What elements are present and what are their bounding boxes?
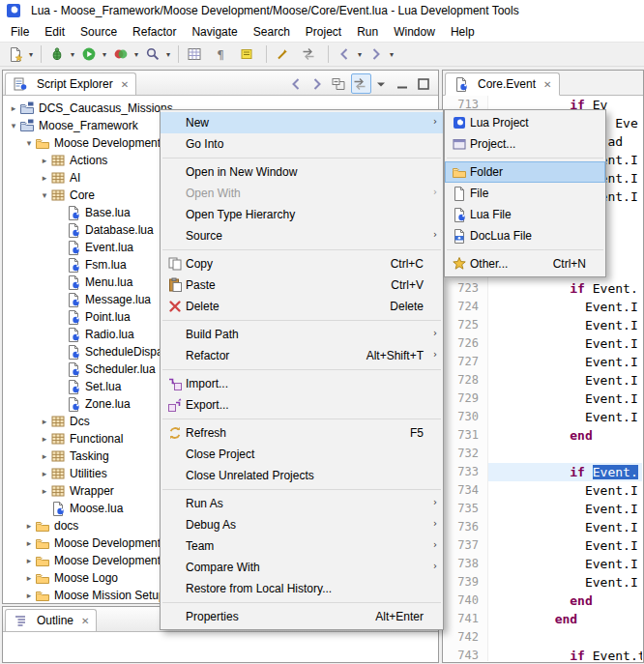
code-text[interactable]: end	[488, 610, 642, 628]
tab-outline[interactable]: Outline ✕	[5, 609, 97, 631]
expand-arrow-icon[interactable]: ▸	[8, 103, 19, 113]
expand-arrow-icon[interactable]: ▸	[39, 486, 50, 496]
context-menu-item-source[interactable]: Source›	[161, 225, 443, 246]
line-number[interactable]: 728	[444, 371, 488, 390]
expand-arrow-icon[interactable]: ▸	[23, 556, 35, 565]
link-with-editor-button[interactable]	[298, 42, 323, 67]
context-menu-item-team[interactable]: Team›	[161, 535, 443, 557]
expand-arrow-icon[interactable]: ▸	[23, 573, 35, 583]
new-submenu-item-lua-file[interactable]: Lua File	[445, 204, 605, 225]
tab-core-event[interactable]: Core.Event ✕	[445, 72, 560, 96]
context-menu-item-export[interactable]: Export...	[161, 394, 443, 416]
line-number[interactable]: 731	[444, 426, 488, 445]
collapse-arrow-icon[interactable]: ▾	[8, 121, 19, 130]
coverage-button[interactable]: ▾	[110, 42, 141, 67]
code-text[interactable]: Event.I	[488, 500, 642, 518]
line-number[interactable]: 725	[444, 316, 488, 334]
menubar-item-window[interactable]: Window	[386, 22, 443, 42]
debug-button[interactable]: ▾	[46, 42, 77, 67]
expand-arrow-icon[interactable]: ▸	[39, 156, 50, 165]
search-button[interactable]: ▾	[142, 42, 173, 67]
code-text[interactable]: Event.I	[488, 316, 642, 334]
expand-arrow-icon[interactable]: ▸	[39, 469, 50, 478]
code-text[interactable]: if Event.	[488, 279, 642, 298]
dropdown-caret-icon[interactable]: ▾	[102, 50, 106, 59]
code-text[interactable]: Event.I	[488, 334, 642, 353]
context-menu-item-open-in-new-window[interactable]: Open in New Window	[161, 161, 443, 183]
line-number[interactable]: 724	[444, 298, 488, 316]
code-text[interactable]: Event.I	[488, 536, 642, 555]
code-text[interactable]: Event.I	[488, 518, 642, 536]
new-submenu-item-file[interactable]: File	[445, 183, 605, 204]
code-text[interactable]: Event.I	[488, 390, 642, 408]
context-menu-item-refresh[interactable]: RefreshF5	[161, 422, 443, 444]
menubar-item-run[interactable]: Run	[349, 22, 386, 42]
code-text[interactable]	[488, 445, 642, 463]
code-text[interactable]: if Event.ta	[488, 647, 642, 661]
show-whitespace-button[interactable]: ¶	[210, 42, 235, 67]
menubar-item-refactor[interactable]: Refactor	[125, 22, 184, 42]
menubar-item-edit[interactable]: Edit	[37, 22, 73, 42]
code-text[interactable]: end	[488, 426, 642, 445]
menubar-item-navigate[interactable]: Navigate	[184, 22, 245, 42]
new-submenu-item-doclua-file[interactable]: DocLua File	[445, 225, 605, 246]
context-menu-item-run-as[interactable]: Run As›	[161, 493, 443, 514]
line-number[interactable]: 742	[444, 628, 488, 647]
menubar-item-help[interactable]: Help	[443, 22, 483, 42]
line-number[interactable]: 740	[444, 592, 488, 610]
context-menu-item-copy[interactable]: CopyCtrl+C	[161, 253, 443, 274]
expand-arrow-icon[interactable]: ▸	[23, 591, 35, 600]
new-submenu-item-folder[interactable]: Folder	[445, 161, 605, 183]
context-menu-item-build-path[interactable]: Build Path›	[161, 324, 443, 345]
expand-arrow-icon[interactable]: ▸	[39, 417, 50, 426]
link-with-editor-button[interactable]	[351, 73, 371, 94]
run-button[interactable]: ▾	[78, 42, 109, 67]
line-number[interactable]: 729	[444, 390, 488, 408]
back-button[interactable]: ▾	[334, 42, 365, 67]
tab-script-explorer[interactable]: Script Explorer ✕	[5, 72, 136, 95]
minimize-button[interactable]	[394, 73, 414, 94]
line-number[interactable]: 735	[444, 500, 488, 518]
code-text[interactable]: end	[488, 592, 642, 610]
dropdown-caret-icon[interactable]: ▾	[358, 50, 362, 59]
context-menu-item-restore-from-local-history[interactable]: Restore from Local History...	[161, 578, 443, 599]
line-number[interactable]: 727	[444, 353, 488, 371]
dropdown-caret-icon[interactable]: ▾	[134, 50, 138, 59]
expand-arrow-icon[interactable]: ▸	[23, 521, 35, 531]
grid-view-button[interactable]	[184, 42, 209, 67]
menubar-item-source[interactable]: Source	[73, 22, 125, 42]
line-number[interactable]: 734	[444, 481, 488, 500]
code-text[interactable]: Event.I	[488, 298, 642, 316]
line-number[interactable]: 733	[444, 463, 488, 481]
context-menu-item-new[interactable]: New›	[161, 112, 443, 133]
close-icon[interactable]: ✕	[81, 616, 89, 626]
context-menu-item-open-type-hierarchy[interactable]: Open Type Hierarchy	[161, 204, 443, 225]
expand-arrow-icon[interactable]: ▸	[23, 538, 35, 548]
code-text[interactable]: Event.I	[488, 481, 642, 500]
context-menu-item-go-into[interactable]: Go Into	[161, 133, 443, 155]
context-menu-item-refactor[interactable]: RefactorAlt+Shift+T›	[161, 345, 443, 366]
new-submenu-item-lua-project[interactable]: Lua Project	[445, 112, 605, 133]
code-text[interactable]: Event.I	[488, 371, 642, 390]
dropdown-caret-icon[interactable]: ▾	[166, 50, 170, 59]
context-menu-item-delete[interactable]: DeleteDelete	[161, 296, 443, 317]
collapse-arrow-icon[interactable]: ▾	[39, 190, 50, 200]
context-menu-item-debug-as[interactable]: Debug As›	[161, 514, 443, 535]
code-text[interactable]: Event.I	[488, 555, 642, 573]
view-menu-button[interactable]	[372, 73, 393, 94]
expand-arrow-icon[interactable]: ▸	[39, 434, 50, 444]
new-wizard-button[interactable]: ▾	[5, 42, 36, 67]
collapse-all-button[interactable]	[330, 73, 350, 94]
context-menu-item-paste[interactable]: PasteCtrl+V	[161, 274, 443, 296]
line-number[interactable]: 732	[444, 445, 488, 463]
line-number[interactable]: 743	[444, 647, 488, 661]
context-menu-item-import[interactable]: Import...	[161, 373, 443, 394]
line-number[interactable]: 726	[444, 334, 488, 353]
dropdown-caret-icon[interactable]: ▾	[29, 50, 33, 59]
context-menu-item-compare-with[interactable]: Compare With›	[161, 557, 443, 578]
line-number[interactable]: 741	[444, 610, 488, 628]
context-menu-item-properties[interactable]: PropertiesAlt+Enter	[161, 606, 443, 627]
context-menu-item-close-project[interactable]: Close Project	[161, 444, 443, 465]
menubar-item-search[interactable]: Search	[246, 22, 298, 42]
line-number[interactable]: 737	[444, 536, 488, 555]
